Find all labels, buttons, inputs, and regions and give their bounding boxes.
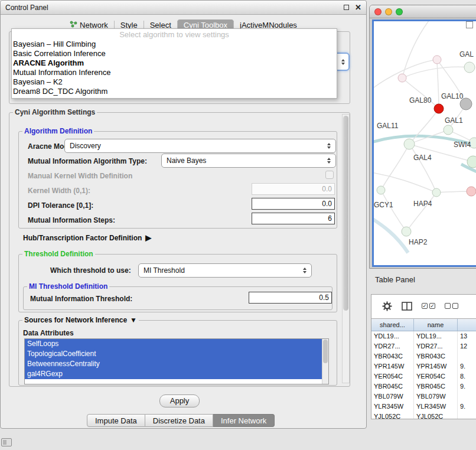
- algorithm-placeholder: Select algorithm to view settings: [12, 30, 337, 40]
- network-node[interactable]: [434, 104, 444, 113]
- traffic-light-zoom[interactable]: [396, 8, 403, 15]
- network-node[interactable]: [467, 156, 476, 168]
- table-column-header[interactable]: shared...: [371, 319, 414, 331]
- network-node[interactable]: [398, 74, 406, 82]
- attribute-item[interactable]: BetweennessCentrality: [25, 359, 322, 369]
- network-node[interactable]: [404, 139, 415, 149]
- mi-type-combobox[interactable]: Naive Bayes: [161, 154, 336, 168]
- aracne-mode-value: Discovery: [70, 142, 327, 150]
- network-node[interactable]: [377, 186, 385, 194]
- attribute-item[interactable]: gal4RGexp: [25, 369, 322, 379]
- restore-panel-icon[interactable]: [1, 438, 12, 446]
- algorithm-option[interactable]: ARACNE Algorithm: [12, 58, 337, 68]
- table-cell: YBL079W: [371, 392, 414, 402]
- close-icon[interactable]: ✕: [355, 4, 361, 11]
- collapse-down-icon[interactable]: ▼: [130, 316, 137, 324]
- algorithm-option[interactable]: Bayesian – K2: [12, 77, 337, 87]
- mi-threshold-input[interactable]: [249, 292, 332, 304]
- table-row[interactable]: YDR27...YDR27...12: [371, 341, 476, 351]
- network-node[interactable]: [402, 227, 411, 236]
- table-cell: YBR045C: [414, 381, 458, 392]
- algorithm-option[interactable]: Mutual Information Inference: [12, 68, 337, 77]
- traffic-light-minimize[interactable]: [385, 8, 392, 15]
- expand-right-icon: ▶: [145, 233, 151, 242]
- kernel-width-input[interactable]: [252, 183, 335, 195]
- hub-definition-label: Hub/Transcription Factor Definition: [23, 234, 142, 242]
- network-node-label: GAL4: [413, 154, 432, 162]
- table-cell: [458, 412, 476, 419]
- attribute-list[interactable]: SelfLoopsTopologicalCoefficientBetweenne…: [24, 338, 329, 384]
- table-cell: 12: [458, 341, 476, 351]
- table-row[interactable]: YLR345WYLR345W9.: [371, 402, 476, 412]
- bottom-tab-infer-network[interactable]: Infer Network: [213, 414, 275, 427]
- float-window-icon[interactable]: [344, 5, 349, 10]
- table-cell: YLR345W: [414, 402, 458, 412]
- settings-scrollbar[interactable]: [342, 114, 350, 383]
- table-row[interactable]: YBR043CYBR043C: [371, 351, 476, 361]
- table-column-header[interactable]: [458, 319, 476, 331]
- network-node-label: GAL: [459, 50, 474, 58]
- mi-steps-input[interactable]: [252, 213, 335, 224]
- overview-box[interactable]: [466, 21, 473, 28]
- algorithm-option[interactable]: Bayesian – Hill Climbing: [12, 40, 337, 49]
- mi-type-value: Naive Bayes: [167, 156, 327, 165]
- table-row[interactable]: YBL079WYBL079W: [371, 392, 476, 402]
- data-attributes-label: Data Attributes: [23, 329, 74, 337]
- table-cell: YDL19...: [414, 331, 458, 341]
- table-cell: 8.: [458, 371, 476, 381]
- aracne-mode-combobox[interactable]: Discovery: [64, 139, 336, 153]
- which-threshold-combobox[interactable]: MI Threshold: [138, 263, 312, 278]
- algorithm-option[interactable]: Basic Correlation Inference: [12, 49, 337, 58]
- gear-icon[interactable]: [382, 301, 392, 311]
- table-row[interactable]: YER054CYER054C8.: [371, 371, 476, 381]
- network-node-label: GAL10: [441, 92, 464, 100]
- apply-button[interactable]: Apply: [159, 394, 200, 407]
- algorithm-definition-title: Algorithm Definition: [24, 127, 92, 135]
- table-cell: YER054C: [414, 371, 458, 381]
- network-edge: [437, 60, 439, 109]
- network-edge: [406, 193, 436, 231]
- columns-icon[interactable]: [402, 302, 412, 311]
- which-threshold-value: MI Threshold: [144, 266, 303, 275]
- network-node-label: GAL1: [445, 116, 463, 125]
- table-row[interactable]: YDL19...YDL19...13: [371, 331, 476, 341]
- table-row[interactable]: YPR145WYPR145W9.: [371, 361, 476, 371]
- traffic-light-close[interactable]: [374, 8, 382, 15]
- table-panel: ✓✓ shared...name YDL19...YDL19...13YDR27…: [371, 294, 476, 419]
- dpi-tolerance-input[interactable]: [252, 198, 335, 210]
- attribute-item[interactable]: TopologicalCoefficient: [25, 349, 322, 359]
- bottom-tab-discretize-data[interactable]: Discretize Data: [145, 414, 213, 427]
- table-cell: YBL079W: [414, 392, 458, 402]
- network-node[interactable]: [464, 62, 475, 73]
- algorithm-option[interactable]: Dream8 DC_TDC Algorithm: [12, 87, 337, 96]
- attribute-item[interactable]: SelfLoops: [25, 339, 322, 349]
- mi-type-label: Mutual Information Algorithm Type:: [28, 157, 147, 165]
- table-column-header[interactable]: name: [414, 319, 458, 331]
- network-node[interactable]: [444, 125, 453, 135]
- network-node[interactable]: [432, 188, 441, 197]
- network-edge: [381, 144, 409, 190]
- network-node[interactable]: [433, 56, 441, 64]
- network-node-label: GAL80: [409, 96, 432, 105]
- select-all-checks-icon[interactable]: ✓✓: [422, 303, 435, 309]
- network-canvas[interactable]: GALGAL80GAL10GAL11GAL1SWI4GAL4GCY1HAP4HA…: [372, 19, 476, 267]
- network-edge: [436, 191, 471, 193]
- network-node[interactable]: [467, 187, 476, 196]
- bottom-tabs: Impute DataDiscretize DataInfer Network: [87, 414, 275, 427]
- combo-stepper-icon: [303, 268, 307, 273]
- table-cell: YPR145W: [371, 361, 414, 371]
- algorithm-popup-list: Bayesian – Hill ClimbingBasic Correlatio…: [12, 40, 337, 96]
- table-cell: YBR043C: [371, 351, 414, 361]
- combo-stepper-icon: [341, 59, 345, 65]
- table-cell: YDL19...: [371, 331, 414, 341]
- clear-all-checks-icon[interactable]: [445, 303, 458, 309]
- hub-definition-expander[interactable]: Hub/Transcription Factor Definition ▶: [23, 233, 151, 242]
- manual-kernel-checkbox[interactable]: [325, 171, 334, 179]
- table-row[interactable]: YBR045CYBR045C9.: [371, 381, 476, 392]
- network-graph: GALGAL80GAL10GAL11GAL1SWI4GAL4GCY1HAP4HA…: [374, 21, 476, 265]
- attribute-list-scrollbar[interactable]: [322, 339, 328, 384]
- table-cell: YBR045C: [371, 381, 414, 392]
- dpi-tolerance-label: DPI Tolerance [0,1]:: [28, 201, 93, 210]
- table-row[interactable]: YJL052CYJL052C: [371, 412, 476, 419]
- bottom-tab-impute-data[interactable]: Impute Data: [87, 414, 145, 427]
